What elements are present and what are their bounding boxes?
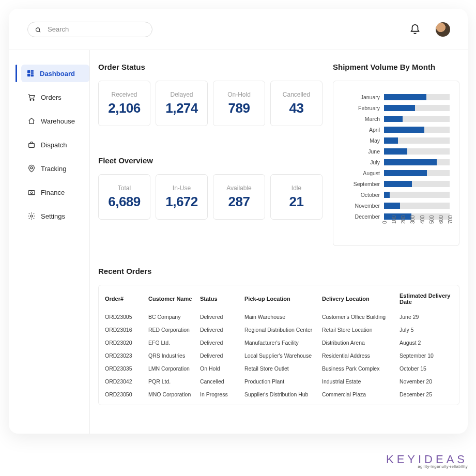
chart-category-label: October — [336, 192, 384, 198]
stat-value: 21 — [289, 194, 304, 210]
sidebar-item-warehouse[interactable]: Warehouse — [22, 112, 89, 130]
svg-point-8 — [33, 99, 34, 100]
chart-tick: 500 — [429, 215, 435, 224]
sidebar-item-dispatch[interactable]: Dispatch — [22, 136, 89, 153]
home-icon — [27, 117, 36, 125]
table-cell: ORD23050 — [105, 391, 148, 397]
svg-rect-2 — [27, 70, 30, 73]
table-cell: BC Company — [148, 314, 200, 320]
table-row[interactable]: ORD23016RED CorporationDeliveredRegional… — [105, 323, 453, 336]
sidebar-item-label: Orders — [41, 94, 62, 101]
search-input[interactable] — [27, 22, 152, 37]
money-icon — [27, 188, 36, 196]
table-cell: Delivered — [200, 340, 244, 346]
chart-category-label: September — [336, 181, 384, 187]
table-cell: Cancelled — [200, 378, 244, 385]
chart-category-label: February — [336, 105, 384, 111]
table-cell: Regional Distribution Center — [244, 327, 322, 333]
table-cell: August 2 — [400, 340, 462, 346]
sidebar-item-label: Dispatch — [41, 141, 67, 149]
table-cell: Retail Store Outlet — [244, 365, 322, 372]
order-status-card-on-hold: On-Hold789 — [213, 81, 265, 126]
table-cell: Manufacturer's Facility — [244, 340, 322, 346]
table-cell: Local Supplier's Warehouse — [244, 352, 322, 359]
table-cell: September 10 — [400, 352, 462, 359]
table-row[interactable]: ORD23005BC CompanyDeliveredMain Warehous… — [105, 310, 453, 323]
table-cell: Customer's Office Building — [322, 314, 400, 320]
table-cell: Distribution Arena — [322, 340, 400, 346]
chart-bar — [384, 94, 450, 100]
chart-tick: 200 — [401, 215, 406, 224]
table-row[interactable]: ORD23023QRS IndustriesDeliveredLocal Sup… — [105, 349, 453, 362]
gear-icon — [27, 212, 36, 220]
svg-rect-6 — [31, 74, 34, 76]
sidebar-item-finance[interactable]: Finance — [22, 183, 89, 201]
sidebar-item-label: Tracking — [41, 165, 66, 173]
svg-point-12 — [30, 192, 32, 193]
fleet-card-available: Available287 — [213, 174, 265, 220]
stat-value: 1,274 — [165, 100, 198, 116]
order-status-title: Order Status — [98, 63, 325, 71]
stat-label: Total — [118, 185, 131, 192]
order-status-card-received: Received2,106 — [98, 81, 150, 126]
table-cell: ORD23016 — [105, 327, 148, 333]
table-cell: ORD23005 — [105, 314, 148, 320]
stat-value: 2,106 — [108, 100, 141, 116]
avatar[interactable] — [436, 22, 450, 37]
stat-value: 287 — [228, 194, 250, 210]
table-cell: On Hold — [200, 365, 244, 372]
table-cell: Commercial Plaza — [322, 391, 400, 397]
table-cell: December 25 — [400, 391, 462, 397]
table-row[interactable]: ORD23042PQR Ltd.CancelledProduction Plan… — [105, 375, 453, 388]
svg-rect-3 — [31, 70, 34, 72]
sidebar-item-settings[interactable]: Settings — [22, 207, 89, 225]
svg-line-1 — [39, 30, 41, 32]
shipment-chart: JanuaryFebruaryMarchAprilMayJuneJulyAugu… — [333, 81, 459, 246]
chart-bar — [384, 105, 450, 111]
table-cell: July 5 — [400, 327, 462, 333]
chart-category-label: January — [336, 94, 384, 100]
chart-category-label: July — [336, 159, 384, 165]
table-cell: June 29 — [400, 314, 462, 320]
chart-tick: 400 — [420, 215, 425, 224]
chart-bar — [384, 181, 450, 187]
svg-rect-9 — [29, 143, 35, 147]
table-cell: QRS Industries — [148, 352, 200, 359]
stat-label: Cancelled — [283, 91, 310, 98]
sidebar-item-orders[interactable]: Orders — [22, 88, 89, 106]
table-cell: ORD23023 — [105, 352, 148, 359]
chart-category-label: December — [336, 213, 384, 220]
main-content: Order Status Received2,106Delayed1,274On… — [90, 50, 468, 434]
chart-category-label: May — [336, 137, 384, 144]
stat-value: 43 — [289, 100, 304, 116]
fleet-card-idle: Idle21 — [270, 174, 323, 220]
sidebar-item-dashboard[interactable]: Dashboard — [21, 65, 89, 82]
cart-icon — [27, 93, 36, 101]
chart-bar — [384, 127, 450, 133]
table-cell: Delivered — [200, 314, 244, 320]
table-cell: ORD23042 — [105, 378, 148, 385]
fleet-title: Fleet Overview — [98, 156, 325, 165]
sidebar-item-tracking[interactable]: Tracking — [22, 160, 89, 177]
pin-icon — [27, 164, 36, 173]
chart-bar — [384, 203, 450, 209]
stat-label: Available — [226, 185, 251, 192]
chart-bar — [384, 137, 450, 144]
table-row[interactable]: ORD23035LMN CorporationOn HoldRetail Sto… — [105, 362, 453, 375]
table-header-cell: Estimated Delivery Date — [400, 293, 462, 305]
search-container — [27, 22, 152, 37]
brand-footer: KEYIDEAS agility·ingenuity·reliability — [386, 453, 468, 469]
sidebar-item-label: Settings — [41, 212, 65, 220]
table-row[interactable]: ORD23050MNO CorporationIn ProgressSuppli… — [105, 388, 453, 401]
chart-tick: 700 — [448, 215, 453, 224]
chart-bar — [384, 148, 450, 155]
notifications-button[interactable] — [408, 22, 422, 37]
order-status-card-cancelled: Cancelled43 — [270, 81, 323, 126]
svg-point-10 — [30, 167, 33, 169]
stat-label: Idle — [291, 185, 301, 192]
table-row[interactable]: ORD23020EFG Ltd.DeliveredManufacturer's … — [105, 336, 453, 349]
sidebar: DashboardOrdersWarehouseDispatchTracking… — [9, 50, 90, 434]
svg-rect-4 — [31, 72, 34, 74]
table-cell: RED Corporation — [148, 327, 200, 333]
table-cell: ORD23035 — [105, 365, 148, 372]
